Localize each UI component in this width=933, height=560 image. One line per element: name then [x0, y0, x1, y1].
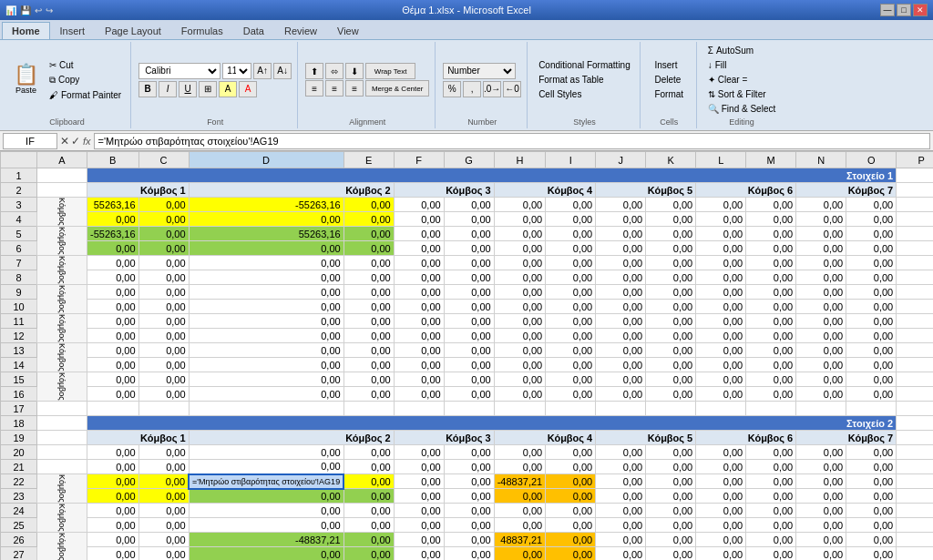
font-name-select[interactable]: Calibri	[138, 63, 220, 79]
border-button[interactable]: ⊞	[199, 81, 217, 97]
clear-button[interactable]: ✦ Clear =	[704, 73, 779, 87]
decrease-decimal-button[interactable]: ←0	[503, 81, 521, 97]
bold-button[interactable]: B	[138, 81, 157, 97]
format-cells-button[interactable]: Format	[651, 87, 687, 101]
fill-color-button[interactable]: A	[219, 81, 237, 97]
number-format-select[interactable]: Number	[443, 63, 516, 79]
autosum-button[interactable]: Σ AutoSum	[704, 44, 779, 57]
cell-reference-box[interactable]	[3, 133, 57, 149]
row-num-20[interactable]: 20	[1, 445, 37, 460]
increase-font-button[interactable]: A↑	[253, 63, 272, 79]
row-num-18[interactable]: 18	[1, 416, 37, 431]
row-num-24[interactable]: 24	[1, 504, 37, 518]
col-header-L[interactable]: L	[696, 152, 746, 168]
maximize-button[interactable]: □	[897, 4, 911, 16]
tab-insert[interactable]: Insert	[50, 22, 96, 39]
row-num-17[interactable]: 17	[1, 402, 37, 416]
font-color-button[interactable]: A	[239, 81, 257, 97]
row-num-8[interactable]: 8	[1, 270, 37, 285]
col-header-F[interactable]: F	[394, 152, 444, 168]
insert-cells-button[interactable]: Insert	[651, 58, 687, 72]
save-icon[interactable]: 💾	[20, 5, 31, 15]
col-header-J[interactable]: J	[596, 152, 646, 168]
row-num-26[interactable]: 26	[1, 533, 37, 547]
formula-input[interactable]	[94, 133, 930, 149]
align-center-button[interactable]: ≡	[325, 80, 343, 97]
row-num-23[interactable]: 23	[1, 489, 37, 504]
align-top-button[interactable]: ⬆	[305, 63, 323, 79]
increase-decimal-button[interactable]: .0→	[483, 81, 501, 97]
row-num-12[interactable]: 12	[1, 329, 37, 343]
col-header-H[interactable]: H	[494, 152, 546, 168]
underline-button[interactable]: U	[179, 81, 197, 97]
tab-view[interactable]: View	[327, 22, 369, 39]
tab-data[interactable]: Data	[233, 22, 274, 39]
row-num-6[interactable]: 6	[1, 241, 37, 256]
cut-button[interactable]: ✂ Cut	[46, 58, 125, 72]
comma-button[interactable]: ,	[463, 81, 481, 97]
row-num-3[interactable]: 3	[1, 198, 37, 212]
col-header-E[interactable]: E	[343, 152, 394, 168]
format-painter-button[interactable]: 🖌 Format Painter	[46, 88, 125, 102]
align-bottom-button[interactable]: ⬇	[345, 63, 364, 79]
close-button[interactable]: ✕	[913, 4, 928, 16]
find-select-button[interactable]: 🔍 Find & Select	[704, 102, 779, 116]
row-num-5[interactable]: 5	[1, 227, 37, 241]
italic-button[interactable]: I	[159, 81, 177, 97]
merge-center-button[interactable]: Merge & Center	[365, 80, 429, 97]
col-header-M[interactable]: M	[746, 152, 796, 168]
row-num-13[interactable]: 13	[1, 343, 37, 358]
tab-home[interactable]: Home	[2, 22, 50, 39]
row-num-10[interactable]: 10	[1, 300, 37, 314]
paste-button[interactable]: 📋 Paste	[9, 62, 43, 97]
row-num-11[interactable]: 11	[1, 314, 37, 329]
format-table-button[interactable]: Format as Table	[535, 73, 634, 87]
percent-button[interactable]: %	[443, 81, 461, 97]
col-header-D[interactable]: D	[189, 152, 343, 168]
row-num-15[interactable]: 15	[1, 372, 37, 387]
align-middle-button[interactable]: ⬄	[325, 63, 343, 79]
col-header-G[interactable]: G	[444, 152, 494, 168]
col-header-O[interactable]: O	[846, 152, 897, 168]
align-right-button[interactable]: ≡	[345, 80, 364, 97]
decrease-font-button[interactable]: A↓	[273, 63, 292, 79]
quick-access-toolbar[interactable]: 📊 💾 ↩ ↪	[5, 5, 53, 15]
cell-styles-button[interactable]: Cell Styles	[535, 87, 634, 101]
tab-page-layout[interactable]: Page Layout	[95, 22, 171, 39]
redo-icon[interactable]: ↪	[46, 5, 53, 15]
undo-icon[interactable]: ↩	[35, 5, 42, 15]
minimize-button[interactable]: —	[880, 4, 895, 16]
confirm-formula-icon[interactable]: ✓	[71, 135, 80, 148]
conditional-format-button[interactable]: Conditional Formatting	[535, 58, 634, 72]
copy-button[interactable]: ⧉ Copy	[46, 73, 125, 87]
row-num-25[interactable]: 25	[1, 518, 37, 533]
row-num-14[interactable]: 14	[1, 358, 37, 372]
row-num-21[interactable]: 21	[1, 460, 37, 474]
tab-formulas[interactable]: Formulas	[171, 22, 233, 39]
wrap-text-button[interactable]: Wrap Text	[365, 63, 415, 79]
align-left-button[interactable]: ≡	[305, 80, 323, 97]
row-num-19[interactable]: 19	[1, 431, 37, 445]
row-num-4[interactable]: 4	[1, 212, 37, 227]
sort-filter-button[interactable]: ⇅ Sort & Filter	[704, 87, 779, 101]
row-num-22[interactable]: 22	[1, 474, 37, 489]
row-num-1[interactable]: 1	[1, 168, 37, 183]
row-num-9[interactable]: 9	[1, 285, 37, 300]
formula-cell[interactable]: ='Μητρώο στιβαρότητας στοιχείου'!AG19	[189, 474, 343, 489]
grid-wrapper[interactable]: A B C D E F G H I J K L M N O P Q	[0, 151, 933, 560]
row-num-16[interactable]: 16	[1, 387, 37, 402]
col-header-N[interactable]: N	[796, 152, 846, 168]
row-num-2[interactable]: 2	[1, 183, 37, 198]
row-num-27[interactable]: 27	[1, 547, 37, 561]
row-num-7[interactable]: 7	[1, 256, 37, 270]
col-header-B[interactable]: B	[87, 152, 139, 168]
fill-button[interactable]: ↓ Fill	[704, 58, 779, 72]
tab-review[interactable]: Review	[274, 22, 327, 39]
delete-cells-button[interactable]: Delete	[651, 73, 687, 87]
col-header-P[interactable]: P	[897, 152, 933, 168]
font-size-select[interactable]: 11	[222, 63, 251, 79]
cancel-formula-icon[interactable]: ✕	[60, 135, 69, 148]
window-controls[interactable]: — □ ✕	[880, 4, 928, 16]
col-header-C[interactable]: C	[138, 152, 189, 168]
col-header-A[interactable]: A	[37, 152, 87, 168]
